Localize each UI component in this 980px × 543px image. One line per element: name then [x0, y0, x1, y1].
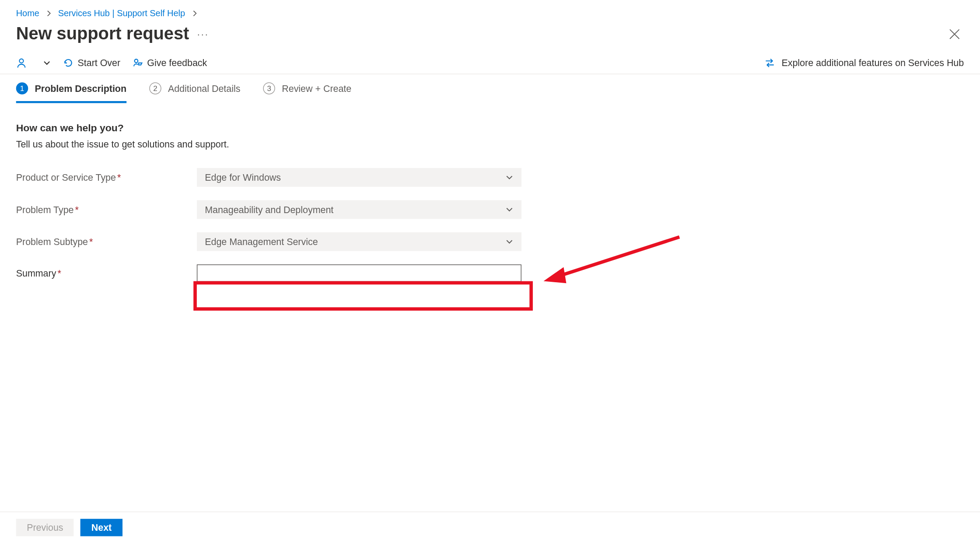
next-button[interactable]: Next: [80, 519, 122, 536]
section-heading: How can we help you?: [16, 122, 964, 133]
form-area: How can we help you? Tell us about the i…: [0, 103, 980, 314]
more-actions-button[interactable]: ···: [197, 28, 209, 39]
footer-actions: Previous Next: [0, 511, 980, 543]
problem-type-label: Problem Type*: [16, 204, 197, 215]
section-subtext: Tell us about the issue to get solutions…: [16, 139, 964, 149]
refresh-icon: [63, 58, 74, 68]
breadcrumb-home[interactable]: Home: [16, 8, 39, 18]
tab-additional-details[interactable]: 2 Additional Details: [149, 82, 240, 103]
command-bar: Start Over Give feedback: [0, 52, 980, 74]
tab-problem-description[interactable]: 1 Problem Description: [16, 82, 126, 103]
explore-features-link[interactable]: Explore additional features on Services …: [764, 58, 964, 68]
problem-type-select[interactable]: Manageability and Deployment: [197, 200, 522, 219]
chevron-down-icon: [505, 206, 513, 214]
select-value: Manageability and Deployment: [205, 204, 333, 215]
chevron-down-icon: [505, 238, 513, 245]
swap-icon: [764, 58, 775, 68]
product-type-label: Product or Service Type*: [16, 172, 197, 182]
step-number: 1: [16, 82, 28, 95]
product-type-select[interactable]: Edge for Windows: [197, 168, 522, 187]
tab-label: Additional Details: [168, 83, 241, 94]
select-value: Edge for Windows: [205, 172, 281, 182]
annotation-highlight-box: [193, 281, 533, 311]
breadcrumb: Home Services Hub | Support Self Help: [0, 0, 980, 24]
step-number: 3: [263, 82, 275, 95]
previous-button: Previous: [16, 519, 74, 536]
feedback-icon: [133, 58, 143, 68]
problem-subtype-select[interactable]: Edge Management Service: [197, 232, 522, 251]
person-icon: [16, 58, 27, 68]
give-feedback-button[interactable]: Give feedback: [133, 58, 207, 68]
start-over-button[interactable]: Start Over: [63, 58, 120, 68]
svg-point-1: [134, 59, 138, 63]
step-number: 2: [149, 82, 161, 95]
tab-review-create[interactable]: 3 Review + Create: [263, 82, 351, 103]
problem-subtype-label: Problem Subtype*: [16, 236, 197, 247]
chevron-down-icon: [505, 173, 513, 181]
tab-label: Review + Create: [282, 83, 351, 94]
explore-features-label: Explore additional features on Services …: [781, 58, 964, 68]
chevron-right-icon: [46, 11, 51, 16]
user-switcher[interactable]: [16, 58, 27, 68]
start-over-label: Start Over: [77, 58, 120, 68]
svg-point-0: [19, 59, 23, 63]
page-title: New support request: [16, 24, 189, 44]
give-feedback-label: Give feedback: [147, 58, 207, 68]
select-value: Edge Management Service: [205, 236, 318, 247]
breadcrumb-services-hub[interactable]: Services Hub | Support Self Help: [58, 8, 185, 18]
close-button[interactable]: [945, 25, 964, 43]
summary-label: Summary*: [16, 268, 197, 278]
tab-label: Problem Description: [35, 83, 126, 94]
wizard-tabs: 1 Problem Description 2 Additional Detai…: [0, 74, 980, 103]
summary-input[interactable]: [197, 264, 522, 282]
chevron-down-icon[interactable]: [39, 59, 51, 67]
chevron-right-icon: [192, 11, 197, 16]
